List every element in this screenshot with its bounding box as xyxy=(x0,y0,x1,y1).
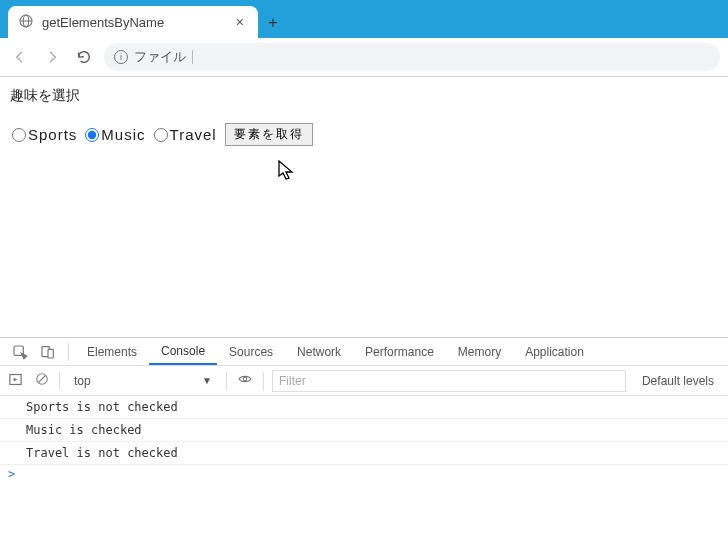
inspect-icon[interactable] xyxy=(6,338,34,365)
globe-icon xyxy=(18,13,34,32)
live-expression-icon[interactable] xyxy=(235,372,255,389)
sidebar-toggle-icon[interactable] xyxy=(6,372,25,390)
radio-input-travel[interactable] xyxy=(154,128,168,142)
console-line: Sports is not checked xyxy=(0,396,728,419)
radio-sports[interactable]: Sports xyxy=(12,126,81,143)
console-filter-input[interactable]: Filter xyxy=(272,370,626,392)
tab-application[interactable]: Application xyxy=(513,338,596,365)
tab-title: getElementsByName xyxy=(42,15,232,30)
radio-label-music: Music xyxy=(101,126,145,143)
tab-sources[interactable]: Sources xyxy=(217,338,285,365)
svg-line-11 xyxy=(39,376,46,383)
console-toolbar: top ▼ Filter Default levels xyxy=(0,366,728,396)
close-tab-icon[interactable]: × xyxy=(232,14,248,30)
radio-input-music[interactable] xyxy=(85,128,99,142)
devtools-tabs: Elements Console Sources Network Perform… xyxy=(0,338,728,366)
forward-button-icon[interactable] xyxy=(40,45,64,69)
divider xyxy=(263,372,264,390)
radio-input-sports[interactable] xyxy=(12,128,26,142)
tab-network[interactable]: Network xyxy=(285,338,353,365)
tab-elements[interactable]: Elements xyxy=(75,338,149,365)
devtools-panel: Elements Console Sources Network Perform… xyxy=(0,337,728,540)
back-button-icon[interactable] xyxy=(8,45,32,69)
divider xyxy=(226,372,227,390)
context-selector[interactable]: top ▼ xyxy=(68,370,218,392)
svg-marker-5 xyxy=(21,353,26,358)
page-heading: 趣味を選択 xyxy=(10,87,720,105)
radio-music[interactable]: Music xyxy=(85,126,149,143)
url-text: ファイル xyxy=(134,48,186,66)
browser-tab[interactable]: getElementsByName × xyxy=(8,6,258,38)
context-label: top xyxy=(74,374,91,388)
svg-rect-7 xyxy=(48,349,53,358)
new-tab-button[interactable]: + xyxy=(258,14,288,38)
log-levels-selector[interactable]: Default levels xyxy=(634,374,722,388)
console-line: Music is checked xyxy=(0,419,728,442)
chevron-down-icon: ▼ xyxy=(202,375,212,386)
tab-performance[interactable]: Performance xyxy=(353,338,446,365)
reload-button-icon[interactable] xyxy=(72,45,96,69)
get-elements-button[interactable]: 要素を取得 xyxy=(225,123,313,146)
address-bar: i ファイル xyxy=(0,38,728,77)
console-line: Travel is not checked xyxy=(0,442,728,465)
divider xyxy=(68,343,69,361)
radio-travel[interactable]: Travel xyxy=(154,126,221,143)
tab-memory[interactable]: Memory xyxy=(446,338,513,365)
tab-console[interactable]: Console xyxy=(149,338,217,365)
svg-point-12 xyxy=(243,377,247,381)
console-output: Sports is not checked Music is checked T… xyxy=(0,396,728,540)
clear-console-icon[interactable] xyxy=(33,372,51,389)
console-prompt[interactable]: > xyxy=(0,465,728,483)
url-path xyxy=(192,50,710,64)
browser-tabstrip: getElementsByName × + xyxy=(0,0,728,38)
svg-marker-9 xyxy=(14,377,18,381)
device-icon[interactable] xyxy=(34,338,62,365)
divider xyxy=(59,372,60,390)
radio-label-travel: Travel xyxy=(170,126,217,143)
radio-label-sports: Sports xyxy=(28,126,77,143)
info-icon: i xyxy=(114,50,128,64)
page-content: 趣味を選択 Sports Music Travel 要素を取得 xyxy=(0,77,728,337)
radio-row: Sports Music Travel 要素を取得 xyxy=(12,123,720,146)
url-bar[interactable]: i ファイル xyxy=(104,43,720,71)
